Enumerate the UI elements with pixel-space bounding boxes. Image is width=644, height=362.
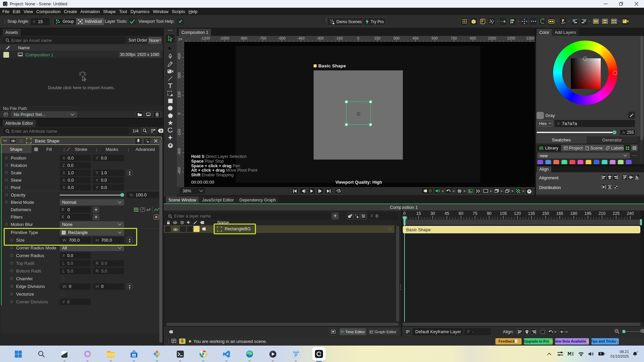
svg-text:0: 0	[177, 113, 181, 115]
svg-text:-750: -750	[259, 36, 266, 40]
svg-text:-150: -150	[335, 36, 343, 40]
svg-text:195: 195	[584, 211, 591, 216]
svg-text:180: 180	[570, 211, 577, 216]
svg-text:-1200: -1200	[201, 36, 210, 40]
svg-text:75: 75	[473, 211, 477, 216]
svg-text:-150: -150	[177, 129, 181, 136]
svg-text:900: 900	[470, 36, 476, 40]
svg-text:450: 450	[413, 36, 419, 40]
svg-text:-300: -300	[177, 148, 181, 156]
svg-text:1200: 1200	[507, 36, 515, 40]
svg-text:30: 30	[430, 211, 435, 216]
svg-text:-900: -900	[240, 36, 247, 40]
svg-text:-600: -600	[278, 36, 285, 40]
svg-text:105: 105	[500, 211, 507, 216]
svg-text:150: 150	[374, 36, 380, 40]
svg-text:60: 60	[459, 211, 463, 216]
svg-text:0: 0	[404, 211, 406, 216]
svg-text:240: 240	[627, 211, 634, 216]
svg-text:120: 120	[514, 211, 521, 216]
svg-text:150: 150	[542, 211, 549, 216]
svg-text:225: 225	[612, 211, 620, 216]
svg-text:450: 450	[177, 53, 181, 59]
svg-text:90: 90	[487, 211, 491, 216]
svg-text:-1050: -1050	[220, 36, 229, 40]
svg-text:0: 0	[357, 36, 359, 40]
svg-text:z: z	[637, 351, 638, 353]
svg-text:-450: -450	[297, 36, 305, 40]
svg-text:165: 165	[556, 211, 563, 216]
svg-text:750: 750	[451, 36, 457, 40]
svg-text:-450: -450	[177, 167, 181, 175]
svg-text:15: 15	[416, 211, 421, 216]
svg-text:600: 600	[432, 36, 438, 40]
svg-text:45: 45	[444, 211, 449, 216]
svg-text:135: 135	[528, 211, 535, 216]
svg-text:1350: 1350	[526, 36, 534, 40]
svg-text:1050: 1050	[488, 36, 496, 40]
svg-text:300: 300	[393, 36, 399, 40]
svg-text:-300: -300	[316, 36, 324, 40]
svg-text:150: 150	[177, 92, 181, 98]
svg-text:210: 210	[598, 211, 605, 216]
svg-text:300: 300	[177, 72, 181, 78]
